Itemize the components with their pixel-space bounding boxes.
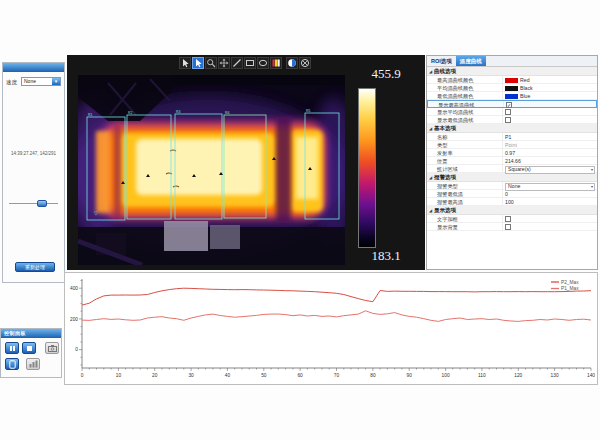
slider-track[interactable] [9,203,58,204]
device-icon [9,360,16,369]
thermal-viewer: R1R2R3R4R5▽ 455.9 183.1 [67,55,425,270]
stop-icon [27,346,32,351]
speed-value: None [24,78,36,84]
roi-label: R5 [306,109,311,113]
chevron-down-icon[interactable]: ▾ [52,78,60,85]
speed-label: 速度 [6,77,17,87]
prop-row[interactable]: 名称P1 [427,133,597,141]
rect-tool-icon[interactable] [244,57,256,69]
prop-row[interactable]: 文字加粗 [427,215,597,223]
application-window: 速度 None ▾ 14:39:27.247, 142/291 重新处理 控制面… [0,0,600,440]
camera-icon [48,345,57,352]
svg-text:50: 50 [261,373,267,378]
svg-text:80: 80 [370,373,376,378]
chevron-down-icon: ▾ [591,184,593,189]
roi-label: R2 [128,111,133,115]
prop-row[interactable]: 报警最低温0 [427,190,597,198]
chart-icon [29,360,38,368]
ellipse-tool-icon[interactable] [257,57,269,69]
prop-row[interactable]: 最低温曲线颜色Blue [427,92,597,100]
record-button[interactable] [5,358,19,370]
svg-text:400: 400 [70,286,78,291]
color-scale-bar [358,88,376,248]
roi-label: R1 [88,113,93,117]
playback-panel-header [3,63,64,72]
roi-label: R3 [176,110,181,114]
property-grid: ◢曲线选项最高温曲线颜色Red平均温曲线颜色Black最低温曲线颜色Blue显示… [427,67,597,269]
color-swatch [505,94,518,99]
export-button[interactable] [26,358,40,370]
svg-text:P2_Max: P2_Max [561,280,579,285]
stop-button[interactable] [22,342,36,354]
svg-text:110: 110 [478,373,486,378]
chevron-down-icon: ▾ [591,167,593,172]
settings-tool-icon[interactable] [299,57,311,69]
prop-row[interactable]: 最高温曲线颜色Red [427,76,597,84]
rotate-tool-icon[interactable] [286,57,298,69]
svg-text:120: 120 [514,373,522,378]
section-header[interactable]: ◢基本选项 [427,124,597,133]
prop-row[interactable]: 显示平均温曲线 [427,108,597,116]
prop-row[interactable]: 平均温曲线颜色Black [427,84,597,92]
svg-text:130: 130 [551,373,559,378]
tab-temperature-curve[interactable]: 温度曲线 [456,56,486,66]
section-header[interactable]: ◢显示选项 [427,206,597,215]
section-header[interactable]: ◢曲线选项 [427,67,597,76]
properties-tabbar: ROI选项 温度曲线 [427,56,597,67]
playback-slider[interactable] [9,199,58,207]
svg-text:20: 20 [152,373,158,378]
checkbox[interactable] [505,224,511,230]
temperature-chart: 0102030405060708090100110120130140020040… [64,272,598,385]
pan-tool-icon[interactable] [218,57,230,69]
checkbox[interactable] [505,216,511,222]
prop-row[interactable]: 报警最高温100 [427,198,597,206]
svg-text:30: 30 [188,373,194,378]
svg-text:P1_Max: P1_Max [561,286,579,291]
select-tool-icon[interactable] [179,57,191,69]
prop-row[interactable]: 统计区域Square(s)▾ [427,165,597,173]
playback-panel: 速度 None ▾ 14:39:27.247, 142/291 重新处理 [2,62,65,283]
checkbox[interactable] [505,117,511,123]
prop-row[interactable]: 位置214.66 [427,157,597,165]
prop-row[interactable]: 发射率0.97 [427,149,597,157]
reprocess-button[interactable]: 重新处理 [15,262,55,272]
svg-text:70: 70 [334,373,340,378]
section-header[interactable]: ◢报警选项 [427,173,597,182]
svg-text:0: 0 [81,373,84,378]
prop-row[interactable]: 类型Point [427,141,597,149]
color-swatch [505,86,518,91]
control-panel: 控制面板 [0,328,62,378]
roi-label: R4 [225,111,230,115]
prop-row[interactable]: 显示最高温曲线✓ [427,100,597,108]
camera-button[interactable] [45,342,59,354]
control-panel-header: 控制面板 [1,329,61,338]
palette-tool-icon[interactable] [270,57,282,69]
tab-roi-options[interactable]: ROI选项 [427,56,456,66]
svg-text:60: 60 [297,373,303,378]
scale-min-value: 183.1 [353,248,419,264]
select-alt-tool-icon[interactable] [192,57,204,69]
slider-handle[interactable] [37,200,47,207]
prop-row[interactable]: 报警类型None▾ [427,182,597,190]
prop-row[interactable]: 显示背景 [427,223,597,231]
dropdown[interactable]: Square(s)▾ [505,166,595,174]
frame-timestamp: 14:39:27.247, 142/291 [3,151,64,156]
properties-panel: ROI选项 温度曲线 ◢曲线选项最高温曲线颜色Red平均温曲线颜色Black最低… [426,55,598,270]
checkbox[interactable] [505,109,511,115]
viewer-toolbar [179,57,311,69]
pause-button[interactable] [5,342,19,354]
thermal-image[interactable]: R1R2R3R4R5▽ [78,75,345,265]
prop-row[interactable]: 显示最低温曲线 [427,116,597,124]
speed-dropdown[interactable]: None ▾ [21,77,61,86]
svg-text:140: 140 [587,373,595,378]
pause-icon [10,346,15,351]
svg-text:100: 100 [442,373,450,378]
svg-text:40: 40 [225,373,231,378]
line-tool-icon[interactable] [231,57,243,69]
svg-text:200: 200 [70,317,78,322]
svg-text:90: 90 [407,373,413,378]
svg-text:10: 10 [116,373,122,378]
color-swatch [505,78,518,83]
nabla-marker: ▽ [94,210,98,216]
zoom-tool-icon[interactable] [205,57,217,69]
